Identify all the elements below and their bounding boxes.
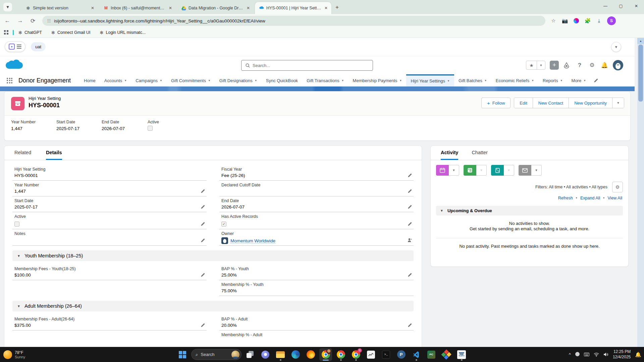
favorites-button[interactable]: ★▼: [526, 61, 545, 70]
ai-extension-pill[interactable]: ✦: [5, 41, 25, 52]
window-maximize-button[interactable]: ▢: [613, 0, 629, 12]
taskbar-search[interactable]: ⌕ Search: [191, 349, 241, 360]
tab-close-icon[interactable]: ✕: [168, 5, 173, 11]
site-settings-icon[interactable]: ᎒᎒: [47, 18, 51, 23]
window-close-button[interactable]: ✕: [629, 0, 644, 12]
task-view-button[interactable]: [244, 348, 257, 361]
wifi-icon[interactable]: [594, 353, 599, 357]
weather-widget[interactable]: 78°F Sunny: [3, 350, 25, 359]
browser-tab-2[interactable]: M Inbox (6) - saiful@momentum-w ✕: [99, 2, 176, 14]
window-minimize-button[interactable]: —: [598, 0, 613, 12]
refresh-link[interactable]: Refresh: [558, 196, 573, 200]
edit-button[interactable]: Edit: [514, 98, 533, 108]
edit-icon[interactable]: [201, 222, 205, 226]
guidance-center-icon[interactable]: [563, 62, 571, 68]
chrome-active-icon[interactable]: [319, 348, 332, 361]
forward-button[interactable]: →: [15, 15, 25, 26]
edit-icon[interactable]: [201, 273, 205, 277]
nav-tab-membership-payments[interactable]: Membership Payments▼: [348, 74, 407, 86]
browser-tab-active[interactable]: HYS-00001 | Hijri Year Setting | S ✕: [255, 2, 331, 14]
bookmark-login-url[interactable]: ✻Login URL mismatc...: [100, 30, 146, 35]
chevron-down-icon[interactable]: ▼: [560, 79, 563, 82]
chrome-profile2-icon[interactable]: [334, 348, 347, 361]
scrollbar-thumb[interactable]: [638, 45, 643, 102]
back-button[interactable]: ←: [2, 15, 13, 26]
teams-chat-icon[interactable]: [259, 348, 272, 361]
nav-tab-gift-transactions[interactable]: Gift Transactions▼: [302, 74, 348, 86]
chevron-down-icon[interactable]: ▼: [484, 79, 487, 82]
bookmark-chatgpt[interactable]: ✻ChatGPT: [18, 30, 42, 35]
url-bar[interactable]: ᎒᎒ isijoftoronto--uat.sandbox.lightning.…: [42, 16, 545, 26]
section-youth-membership[interactable]: ▼ Youth Membership (18–25): [12, 250, 414, 261]
global-search-input[interactable]: Search...: [241, 60, 373, 71]
edit-icon[interactable]: [408, 173, 412, 178]
tray-expand-chevron[interactable]: ^: [569, 352, 571, 357]
new-contact-button[interactable]: New Contact: [533, 98, 569, 108]
tab-chatter[interactable]: Chatter: [472, 150, 488, 160]
edit-icon[interactable]: [201, 189, 205, 193]
tab-close-icon[interactable]: ✕: [90, 5, 95, 11]
browser-tab-3[interactable]: Data Migration - Google Drive ✕: [177, 2, 254, 14]
volume-icon[interactable]: [603, 352, 608, 357]
new-tab-button[interactable]: +: [335, 4, 339, 11]
taskpro-icon[interactable]: TaskPro: [455, 348, 468, 361]
tab-close-icon[interactable]: ✕: [246, 5, 251, 11]
browser-tab-1[interactable]: ✻ Simple text version ✕: [21, 2, 98, 14]
firefox-icon[interactable]: [304, 348, 317, 361]
nav-tab-gift-commitments[interactable]: Gift Commitments▼: [167, 74, 215, 86]
chevron-down-icon[interactable]: ▼: [583, 79, 586, 82]
bookmark-connect-gmail[interactable]: ✻Connect Gmail UI: [51, 30, 91, 35]
email-dropdown[interactable]: ▼: [531, 165, 542, 176]
tab-related[interactable]: Related: [14, 150, 31, 160]
tab-close-icon[interactable]: ✕: [323, 5, 329, 11]
nav-tab-accounts[interactable]: Accounts▼: [100, 74, 131, 86]
active-checkbox[interactable]: [14, 222, 19, 227]
page-scrollbar[interactable]: ▲: [637, 38, 644, 347]
chevron-down-icon[interactable]: ▼: [531, 79, 534, 82]
new-event-button[interactable]: [436, 165, 449, 176]
extensions-puzzle-icon[interactable]: 🧩: [584, 17, 591, 24]
star-icon[interactable]: ★: [526, 61, 537, 69]
edit-icon[interactable]: [408, 189, 412, 193]
expand-all-link[interactable]: Expand All: [580, 196, 600, 200]
edit-icon[interactable]: [201, 238, 205, 243]
nav-tab-hijri-year-settings[interactable]: Hijri Year Settings▼: [406, 74, 454, 86]
nav-tab-gift-designations[interactable]: Gift Designations▼: [215, 74, 262, 86]
apps-grid-icon[interactable]: [4, 30, 9, 35]
follow-button[interactable]: +Follow: [481, 98, 511, 108]
tray-app-icon[interactable]: [575, 352, 580, 357]
edit-nav-pencil-icon[interactable]: [594, 78, 598, 83]
edge-icon[interactable]: [289, 348, 302, 361]
tab-details[interactable]: Details: [46, 150, 62, 160]
scroll-up-arrow[interactable]: ▲: [637, 38, 644, 44]
new-task-button[interactable]: [464, 165, 476, 176]
tab-search-button[interactable]: ▼: [3, 3, 12, 11]
log-call-button[interactable]: [491, 165, 504, 176]
help-icon[interactable]: ?: [576, 62, 584, 69]
chevron-down-icon[interactable]: ▼: [208, 79, 211, 82]
chevron-down-icon[interactable]: ▼: [399, 79, 402, 82]
tab-activity[interactable]: Activity: [441, 150, 458, 160]
edit-icon[interactable]: [408, 222, 412, 226]
edit-icon[interactable]: [408, 323, 412, 327]
chevron-down-icon[interactable]: ▼: [341, 79, 344, 82]
nav-tab-sync-quickbook[interactable]: Sync QuickBook: [262, 74, 302, 86]
vscode-icon[interactable]: [410, 348, 423, 361]
owner-link[interactable]: Momentum Worldwide: [230, 238, 275, 244]
global-actions-icon[interactable]: +: [550, 61, 559, 70]
active-checkbox[interactable]: [148, 126, 153, 131]
pycharm-icon[interactable]: PC: [425, 348, 438, 361]
edit-icon[interactable]: [201, 204, 205, 209]
event-dropdown[interactable]: ▼: [449, 165, 459, 176]
chevron-down-icon[interactable]: ▼: [537, 61, 545, 69]
start-button[interactable]: [176, 348, 189, 361]
setup-gear-icon[interactable]: ⚙: [588, 62, 596, 69]
browser-profile-avatar[interactable]: S: [607, 16, 616, 25]
has-active-records-checkbox[interactable]: ✓: [221, 222, 226, 227]
nav-tab-campaigns[interactable]: Campaigns▼: [131, 74, 167, 86]
nav-tab-more[interactable]: More▼: [567, 74, 591, 86]
file-explorer-icon[interactable]: [274, 348, 287, 361]
chevron-down-icon[interactable]: ▼: [160, 79, 162, 82]
notifications-bell-icon[interactable]: 🔔: [635, 352, 641, 358]
monitor-app-icon[interactable]: [365, 348, 377, 361]
